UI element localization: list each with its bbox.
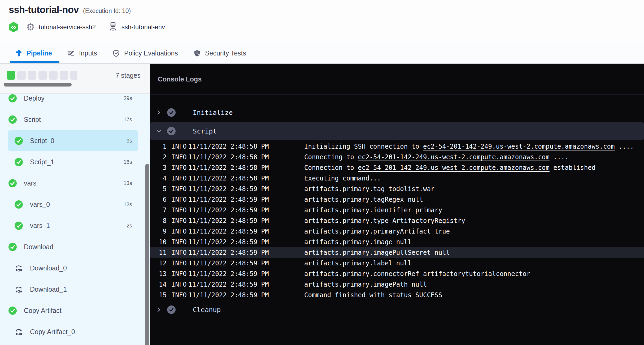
- section-title: Cleanup: [193, 306, 221, 314]
- log-message: Executing command...: [304, 175, 381, 182]
- chevron-right-icon: [156, 109, 162, 116]
- execution-id: (Execution Id: 10): [83, 7, 131, 15]
- log-message: artifacts.primary.image null: [304, 238, 412, 246]
- stage-row-deploy[interactable]: Deploy29s: [8, 94, 138, 109]
- log-line-number: 3: [156, 164, 167, 171]
- stage-duration: 12s: [124, 201, 138, 208]
- host-link[interactable]: ec2-54-201-142-249.us-west-2.compute.ama…: [358, 153, 549, 161]
- log-line-number: 10: [156, 238, 167, 246]
- security-shield-icon: [193, 50, 201, 57]
- log-message-pre: artifacts.primary.image null: [304, 238, 412, 246]
- stage-segment-1[interactable]: [7, 71, 15, 80]
- section-title: Initialize: [193, 109, 233, 117]
- log-timestamp: 11/11/2022 2:48:59 PM: [188, 185, 271, 193]
- stage-row-script_0[interactable]: Script_09s: [8, 130, 138, 151]
- log-message-post: ....: [615, 143, 634, 150]
- stage-row-download_1[interactable]: Download_1: [8, 279, 138, 300]
- log-message: artifacts.primary.imagePath null: [304, 281, 427, 288]
- log-line-1: 1INFO11/11/2022 2:48:58 PMInitializing S…: [150, 141, 644, 152]
- log-section-script[interactable]: Script: [150, 122, 644, 140]
- log-level: INFO: [171, 164, 188, 171]
- step-group-icon: [15, 285, 23, 294]
- log-message-pre: artifacts.primary.primaryArtifact true: [304, 228, 450, 235]
- stages-progress-header: 7 stages: [0, 64, 150, 94]
- stage-duration: 2s: [127, 223, 138, 229]
- log-timestamp: 11/11/2022 2:48:59 PM: [188, 260, 271, 267]
- stage-row-vars_1[interactable]: vars_12s: [8, 215, 138, 236]
- environment-name[interactable]: ssh-tutorial-env: [121, 23, 165, 31]
- stage-duration: 29s: [124, 95, 138, 101]
- log-message-pre: Connecting to: [304, 153, 358, 161]
- log-line-number: 6: [156, 196, 167, 203]
- stage-duration: 9s: [127, 138, 138, 144]
- log-level: INFO: [171, 175, 188, 182]
- vertical-scrollbar[interactable]: [145, 164, 149, 345]
- console-header: Console Logs: [150, 64, 644, 95]
- log-timestamp: 11/11/2022 2:48:59 PM: [188, 238, 271, 246]
- stage-segment-5[interactable]: [49, 71, 58, 80]
- log-line-number: 4: [156, 175, 167, 182]
- console-title: Console Logs: [158, 75, 202, 83]
- log-section-cleanup[interactable]: Cleanup: [150, 302, 644, 318]
- log-line-15: 15INFO11/11/2022 2:48:59 PMCommand finis…: [150, 290, 644, 300]
- log-level: INFO: [171, 249, 188, 256]
- stages-sidebar: 7 stages Deploy29sScript17sScript_09sScr…: [0, 64, 150, 345]
- log-line-14: 14INFO11/11/2022 2:48:59 PMartifacts.pri…: [150, 279, 644, 290]
- cd-hexagon-icon: ∞: [9, 22, 18, 32]
- stage-label: vars: [24, 179, 36, 187]
- tab-pipeline[interactable]: Pipeline: [15, 43, 52, 63]
- stage-row-copy-artifact_0[interactable]: Copy Artifact_0: [8, 321, 138, 342]
- stage-label: Copy Artifact: [24, 307, 62, 314]
- log-level: INFO: [171, 270, 188, 278]
- log-message: artifacts.primary.type ArtifactoryRegist…: [304, 217, 465, 225]
- log-timestamp: 11/11/2022 2:48:59 PM: [188, 228, 271, 235]
- host-link[interactable]: ec2-54-201-142-249.us-west-2.compute.ama…: [358, 164, 549, 171]
- check-circle-icon: [15, 222, 23, 230]
- log-message-pre: artifacts.primary.label null: [304, 260, 412, 267]
- stage-row-vars_0[interactable]: vars_012s: [8, 194, 138, 215]
- log-section-initialize[interactable]: Initialize: [150, 105, 644, 120]
- content-panes: 7 stages Deploy29sScript17sScript_09sScr…: [0, 64, 644, 345]
- stage-segment-4[interactable]: [38, 71, 47, 80]
- stage-row-script[interactable]: Script17s: [8, 109, 138, 130]
- stage-row-vars[interactable]: vars13s: [8, 172, 138, 194]
- section-status-icon: [167, 108, 176, 117]
- stage-row-download[interactable]: Download: [8, 236, 138, 257]
- log-message-pre: Command finished with status SUCCESS: [304, 291, 442, 299]
- tab-security-tests[interactable]: Security Tests: [193, 43, 246, 63]
- tab-policy-evaluations[interactable]: Policy Evaluations: [112, 43, 178, 63]
- log-message-pre: artifacts.primary.imagePath null: [304, 281, 427, 288]
- log-line-13: 13INFO11/11/2022 2:48:59 PMartifacts.pri…: [150, 269, 644, 279]
- horizontal-scrollbar[interactable]: [4, 83, 72, 87]
- host-link[interactable]: ec2-54-201-142-249.us-west-2.compute.ama…: [423, 143, 615, 150]
- stage-label: Script: [24, 116, 41, 123]
- log-timestamp: 11/11/2022 2:48:59 PM: [188, 196, 271, 203]
- log-message-pre: artifacts.primary.tagRegex null: [304, 196, 423, 203]
- log-line-number: 1: [156, 143, 167, 150]
- log-level: INFO: [171, 238, 188, 246]
- log-level: INFO: [171, 291, 188, 299]
- policy-shield-icon: [112, 50, 120, 57]
- stage-label: Copy Artifact_0: [30, 328, 75, 336]
- tab-inputs[interactable]: Inputs: [67, 43, 97, 63]
- stage-row-download_0[interactable]: Download_0: [8, 257, 138, 279]
- stage-row-script_1[interactable]: Script_116s: [8, 151, 138, 172]
- stage-row-copy-artifact[interactable]: Copy Artifact: [8, 300, 138, 321]
- stage-segment-7[interactable]: [70, 71, 77, 80]
- stage-segment-2[interactable]: [17, 71, 26, 80]
- console-body: InitializeScript1INFO11/11/2022 2:48:58 …: [150, 95, 644, 318]
- log-timestamp: 11/11/2022 2:48:59 PM: [188, 281, 271, 288]
- log-message-pre: artifacts.primary.connectorRef artifacto…: [304, 270, 530, 278]
- log-message-pre: artifacts.primary.imagePullSecret null: [304, 249, 450, 256]
- stage-segment-3[interactable]: [28, 71, 36, 80]
- stage-segment-6[interactable]: [60, 71, 68, 80]
- log-message: artifacts.primary.tagRegex null: [304, 196, 423, 203]
- environment-icon: [108, 22, 118, 32]
- log-level: INFO: [171, 143, 188, 150]
- log-line-12: 12INFO11/11/2022 2:48:59 PMartifacts.pri…: [150, 258, 644, 269]
- log-line-3: 3INFO11/11/2022 2:48:58 PMConnection to …: [150, 162, 644, 173]
- service-name[interactable]: tutorial-service-ssh2: [39, 23, 96, 31]
- stage-label: Download: [24, 243, 53, 251]
- check-circle-icon: [8, 243, 17, 251]
- log-message-post: established: [550, 164, 595, 171]
